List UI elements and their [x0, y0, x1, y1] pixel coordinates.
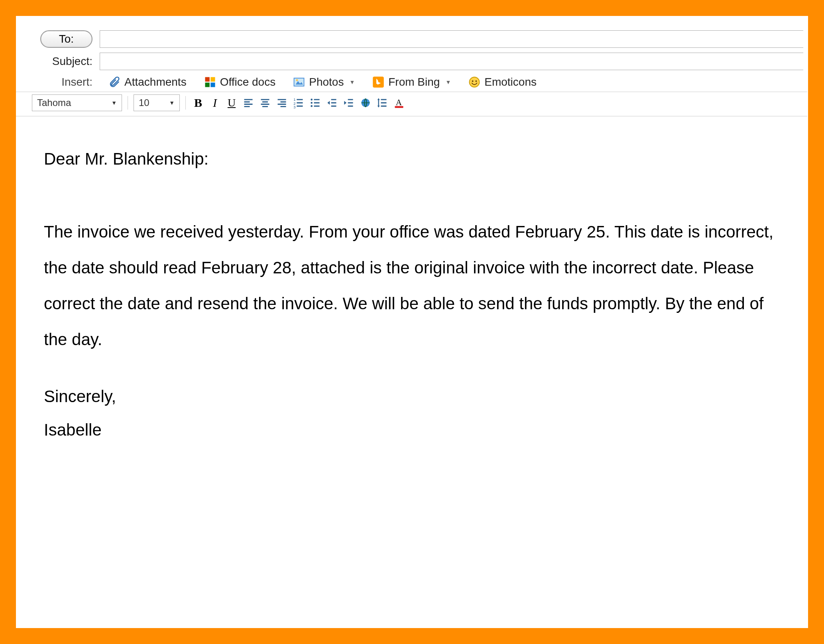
svg-rect-3: [210, 82, 215, 87]
align-center-icon: [260, 97, 271, 108]
svg-text:3: 3: [293, 105, 295, 108]
spacer: [44, 358, 779, 386]
insert-bar: Insert: Attachments Office docs: [16, 73, 807, 92]
separator: [185, 96, 186, 110]
bold-icon: B: [194, 96, 202, 110]
align-right-button[interactable]: [275, 96, 289, 110]
svg-rect-4: [294, 78, 304, 86]
compose-window: To: Subject: Insert: Attachments: [16, 16, 808, 628]
chevron-down-icon: ▼: [111, 100, 117, 106]
bing-icon: [372, 76, 384, 88]
photo-icon: [293, 76, 305, 88]
outdent-icon: [326, 97, 338, 108]
unordered-list-button[interactable]: [309, 96, 322, 110]
svg-marker-18: [344, 101, 346, 104]
ordered-list-button[interactable]: 1 2 3: [292, 96, 305, 110]
svg-text:A: A: [396, 98, 402, 107]
to-label-wrap: To:: [16, 30, 100, 48]
insert-emoticons[interactable]: Emoticons: [460, 74, 545, 90]
to-row: To:: [16, 28, 807, 50]
insert-from-bing[interactable]: From Bing ▼: [364, 74, 460, 90]
svg-point-14: [311, 99, 313, 101]
subject-input[interactable]: [100, 53, 803, 70]
svg-point-9: [472, 80, 474, 82]
office-icon: [204, 76, 216, 88]
insert-from-bing-label: From Bing: [388, 76, 440, 88]
font-color-icon: A: [393, 97, 405, 108]
chevron-down-icon: ▼: [169, 100, 175, 106]
align-right-icon: [276, 97, 287, 108]
unordered-list-icon: [310, 97, 321, 108]
body-text: The invoice we received yesterday. From …: [44, 214, 779, 358]
greeting-text: Dear Mr. Blankenship:: [44, 148, 779, 170]
outdent-button[interactable]: [325, 96, 339, 110]
insert-attachments-label: Attachments: [124, 76, 187, 88]
insert-office-docs-label: Office docs: [220, 76, 276, 88]
align-left-button[interactable]: [242, 96, 255, 110]
chevron-down-icon: ▼: [445, 79, 451, 85]
mail-body-editor[interactable]: Dear Mr. Blankenship: The invoice we rec…: [16, 116, 807, 441]
font-color-button[interactable]: A: [392, 96, 406, 110]
insert-attachments[interactable]: Attachments: [100, 74, 195, 90]
insert-link-button[interactable]: [359, 96, 372, 110]
paperclip-icon: [108, 76, 120, 88]
svg-rect-1: [210, 77, 215, 82]
svg-point-8: [470, 77, 480, 87]
bold-button[interactable]: B: [191, 96, 205, 110]
insert-emoticons-label: Emoticons: [484, 76, 537, 88]
format-toolbar: Tahoma ▼ 10 ▼ B I U 1 2 3: [16, 92, 807, 116]
svg-marker-17: [327, 101, 330, 104]
svg-marker-21: [378, 106, 380, 108]
line-height-button[interactable]: [376, 96, 389, 110]
to-button[interactable]: To:: [40, 30, 92, 48]
svg-rect-2: [205, 82, 209, 87]
insert-photos-label: Photos: [309, 76, 344, 88]
chevron-down-icon: ▼: [349, 79, 355, 85]
font-name-value: Tahoma: [37, 97, 71, 108]
italic-button[interactable]: I: [208, 96, 222, 110]
indent-button[interactable]: [342, 96, 356, 110]
line-height-icon: [377, 97, 388, 108]
italic-icon: I: [213, 96, 217, 110]
emoticon-icon: [468, 76, 480, 88]
link-icon: [360, 97, 371, 108]
subject-row: Subject:: [16, 50, 807, 73]
align-left-icon: [243, 97, 254, 108]
svg-point-16: [311, 105, 313, 107]
spacer: [44, 186, 779, 214]
separator: [128, 96, 128, 110]
ordered-list-icon: 1 2 3: [293, 97, 304, 108]
svg-rect-0: [205, 77, 209, 82]
underline-button[interactable]: U: [225, 96, 238, 110]
underline-icon: U: [228, 96, 236, 109]
svg-point-15: [311, 102, 313, 104]
signoff-text: Sincerely,: [44, 386, 779, 408]
svg-rect-23: [395, 106, 403, 108]
indent-icon: [343, 97, 354, 108]
subject-label: Subject:: [16, 55, 100, 68]
signature-text: Isabelle: [44, 419, 779, 441]
font-size-value: 10: [139, 97, 149, 108]
svg-point-10: [476, 80, 477, 82]
font-name-select[interactable]: Tahoma ▼: [32, 94, 122, 111]
font-size-select[interactable]: 10 ▼: [134, 94, 180, 111]
insert-label: Insert:: [16, 76, 100, 88]
to-input[interactable]: [100, 30, 803, 48]
align-center-button[interactable]: [258, 96, 272, 110]
insert-photos[interactable]: Photos ▼: [284, 74, 364, 90]
svg-point-6: [296, 79, 298, 81]
insert-office-docs[interactable]: Office docs: [195, 74, 285, 90]
svg-marker-20: [378, 98, 380, 100]
